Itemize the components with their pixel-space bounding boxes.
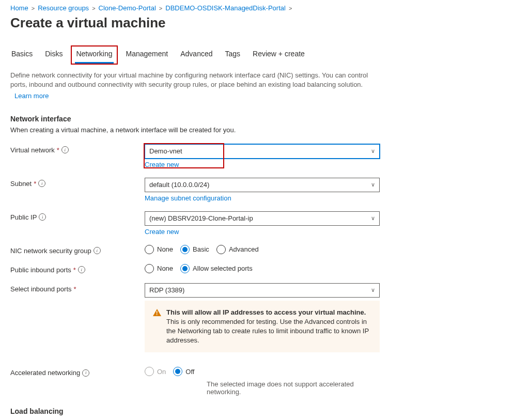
info-icon[interactable]: i [38,180,45,187]
tab-management[interactable]: Management [125,46,169,64]
inbound-warning: This will allow all IP addresses to acce… [145,301,380,353]
virtual-network-value: Demo-vnet [149,147,182,155]
tab-tags[interactable]: Tags [224,46,242,64]
label-select-ports: Select inbound ports [10,285,72,293]
nsg-radio-none[interactable]: None [145,245,173,254]
tab-advanced[interactable]: Advanced [179,46,213,64]
label-public-inbound: Public inbound ports [10,266,71,274]
tab-bar: Basics Disks Networking Management Advan… [10,46,519,64]
chevron-down-icon: ∨ [371,181,375,188]
intro-text: Define network connectivity for your vir… [10,71,382,101]
chevron-down-icon: ∨ [371,287,375,293]
label-subnet: Subnet [10,180,32,188]
nsg-radio-basic[interactable]: Basic [180,245,209,254]
manage-subnet-link[interactable]: Manage subnet configuration [145,194,231,202]
breadcrumb-clone-demo[interactable]: Clone-Demo-Portal [99,4,156,12]
accel-radio-on: On [145,367,166,376]
chevron-right-icon: > [159,5,162,11]
info-icon[interactable]: i [61,146,69,153]
label-accelerated-networking: Accelerated networking [10,369,80,377]
select-ports-value: RDP (3389) [149,286,184,294]
label-virtual-network: Virtual network [10,146,55,154]
breadcrumb-managed-disk[interactable]: DBDEMO-OSDISK-ManagedDisk-Portal [165,4,286,12]
create-new-vnet-link[interactable]: Create new [145,161,179,168]
chevron-down-icon: ∨ [371,148,375,154]
required-indicator: * [73,266,76,274]
breadcrumb-home[interactable]: Home [10,4,28,12]
tab-basics[interactable]: Basics [10,46,34,64]
create-new-ip-link[interactable]: Create new [145,228,179,236]
label-public-ip: Public IP [10,213,37,221]
chevron-right-icon: > [92,5,95,11]
section-network-interface: Network interface [10,115,519,123]
public-ip-select[interactable]: (new) DBSRV2019-Clone-Portal-ip ∨ [145,211,380,226]
info-icon[interactable]: i [78,266,85,273]
chevron-down-icon: ∨ [371,215,375,222]
page-title: Create a virtual machine [10,15,519,31]
warning-icon [153,309,161,316]
public-ip-value: (new) DBSRV2019-Clone-Portal-ip [149,214,253,222]
chevron-right-icon: > [289,5,292,11]
section-subtext: When creating a virtual machine, a netwo… [10,126,519,134]
label-nsg: NIC network security group [10,247,91,255]
highlight-networking-tab: Networking [71,45,117,65]
required-indicator: * [74,285,76,293]
breadcrumb-resource-groups[interactable]: Resource groups [38,4,89,12]
select-inbound-ports[interactable]: RDP (3389) ∨ [145,283,380,298]
breadcrumb: Home > Resource groups > Clone-Demo-Port… [10,4,519,12]
info-icon[interactable]: i [94,247,101,254]
inbound-radio-allow[interactable]: Allow selected ports [180,264,253,273]
chevron-right-icon: > [32,5,35,11]
virtual-network-select[interactable]: Demo-vnet ∨ [145,144,380,159]
subnet-value: default (10.0.0.0/24) [149,181,209,189]
learn-more-link[interactable]: Learn more [14,91,382,101]
tab-review[interactable]: Review + create [252,46,306,64]
accel-note: The selected image does not support acce… [207,380,380,396]
info-icon[interactable]: i [39,213,46,221]
section-load-balancing: Load balancing [10,407,519,415]
required-indicator: * [34,180,36,188]
tab-disks[interactable]: Disks [44,46,64,64]
accel-radio-off[interactable]: Off [173,367,194,376]
inbound-radio-none[interactable]: None [145,264,173,273]
required-indicator: * [57,146,59,154]
subnet-select[interactable]: default (10.0.0.0/24) ∨ [145,178,380,192]
info-icon[interactable]: i [82,369,89,377]
nsg-radio-advanced[interactable]: Advanced [216,245,259,254]
tab-networking[interactable]: Networking [75,46,113,64]
